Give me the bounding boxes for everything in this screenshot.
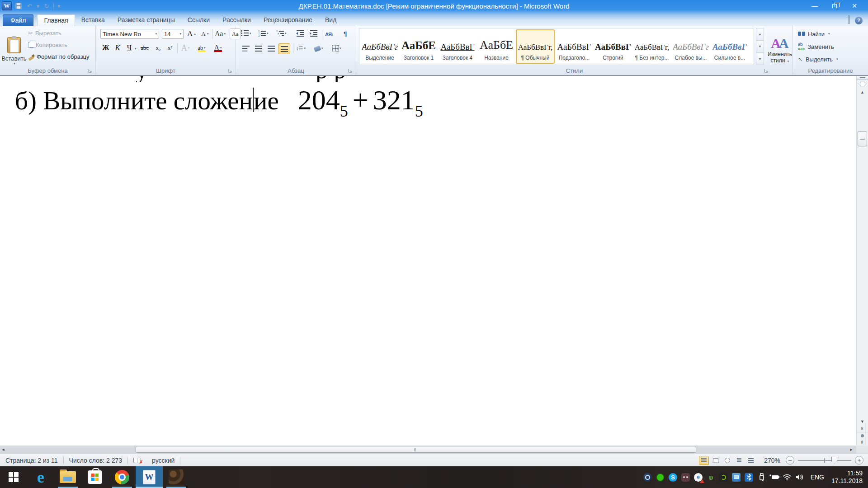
outline-view-button[interactable] — [734, 456, 744, 465]
zoom-in-button[interactable]: + — [855, 456, 863, 465]
style-card-no-spacing[interactable]: АаБбВвГг,¶ Без интер... — [632, 29, 671, 64]
underline-button[interactable]: Ч — [124, 42, 135, 53]
style-card-strong[interactable]: АаБбВвГСтрогий — [594, 29, 632, 64]
paragraph-dialog-launcher[interactable] — [348, 68, 353, 74]
web-layout-view-button[interactable] — [722, 456, 732, 465]
style-card-heading1[interactable]: АаБбЕЗаголовок 1 — [399, 29, 438, 64]
font-dialog-launcher[interactable] — [227, 68, 233, 74]
increase-indent-button[interactable] — [309, 30, 318, 37]
style-card-normal-selected[interactable]: АаБбВвГг,¶ Обычный — [516, 29, 555, 64]
scroll-left-button[interactable]: ◄ — [0, 446, 6, 454]
style-card-intense-emphasis[interactable]: АаБбВвГСильное в... — [710, 29, 749, 64]
font-size-combo[interactable]: 14 ▾ — [162, 29, 184, 39]
tray-utorrent[interactable]: υ — [705, 466, 717, 488]
tray-usb[interactable] — [755, 466, 768, 488]
language-switcher[interactable]: ENG — [806, 474, 829, 481]
taskbar-clock[interactable]: 11:59 17.11.2018 — [829, 469, 868, 485]
styles-dialog-launcher[interactable] — [764, 68, 769, 74]
taskbar-edge-button[interactable]: e — [27, 466, 54, 488]
borders-button[interactable]: ▾ — [332, 43, 342, 53]
taskbar-chrome-button[interactable] — [108, 466, 136, 488]
justify-button[interactable] — [278, 43, 290, 54]
taskbar-word-button-active[interactable]: W — [136, 466, 163, 488]
strikethrough-button[interactable]: abc — [139, 42, 150, 53]
replace-button[interactable]: abчас Заменить — [797, 42, 835, 52]
superscript-button[interactable]: x² — [165, 42, 175, 53]
print-layout-view-button[interactable] — [699, 456, 709, 465]
multilevel-list-button[interactable]: 1 а i ▾ — [276, 30, 287, 37]
font-name-combo[interactable]: Times New Ro ▾ — [100, 29, 159, 39]
tray-skype[interactable]: S — [667, 466, 679, 488]
document-text-line[interactable]: б) Выполните сложение2045+3215 — [15, 84, 423, 116]
font-color-button[interactable]: А▾ — [212, 42, 223, 53]
tray-battery[interactable] — [768, 466, 781, 488]
taskbar-store-button[interactable] — [81, 466, 108, 488]
ruler-toggle-button[interactable] — [857, 80, 868, 88]
select-button[interactable]: ↖ Выделить ▾ — [797, 54, 838, 64]
close-button[interactable]: ✕ — [844, 0, 864, 12]
language-indicator[interactable]: русский — [146, 454, 180, 466]
tab-file[interactable]: Файл — [3, 14, 33, 26]
minimize-button[interactable]: — — [805, 0, 825, 12]
underline-dropdown-icon[interactable]: ▾ — [135, 47, 137, 51]
collapse-ribbon-button[interactable] — [849, 16, 849, 24]
taskbar-explorer-button[interactable] — [54, 466, 81, 488]
grow-font-button[interactable]: А▲ — [186, 28, 197, 39]
horizontal-scroll-thumb[interactable] — [136, 446, 696, 453]
gallery-scroll-up-button[interactable]: ▲ — [756, 28, 764, 40]
draft-view-button[interactable] — [746, 456, 756, 465]
vertical-scroll-thumb[interactable] — [858, 131, 867, 146]
change-case-button[interactable]: Аа▾ — [214, 28, 226, 39]
previous-page-button[interactable]: ≪ — [859, 423, 866, 434]
italic-button[interactable]: К — [112, 42, 123, 53]
tab-home[interactable]: Главная — [37, 14, 75, 26]
zoom-slider-thumb[interactable] — [831, 457, 837, 464]
vertical-scrollbar[interactable]: ▲ ▼ ≪ ≫ — [856, 76, 868, 446]
decrease-indent-button[interactable] — [296, 30, 304, 37]
scroll-up-button[interactable]: ▲ — [857, 88, 868, 96]
tray-volume[interactable] — [793, 466, 806, 488]
copy-button[interactable]: Копировать — [28, 42, 67, 48]
restore-button[interactable] — [825, 0, 844, 12]
align-left-button[interactable] — [241, 43, 251, 53]
clipboard-dialog-launcher[interactable] — [87, 68, 93, 74]
shading-button[interactable]: ▾ — [314, 43, 324, 53]
text-effects-button[interactable]: А▾ — [180, 42, 191, 53]
split-window-handle[interactable] — [857, 76, 868, 80]
tray-steam[interactable] — [642, 466, 654, 488]
tray-nvidia[interactable] — [717, 466, 730, 488]
bullets-button[interactable]: ▾ — [241, 30, 252, 37]
style-card-title[interactable]: АаБбЕНазвание — [477, 29, 516, 64]
highlight-button[interactable]: ab▾ — [196, 42, 207, 53]
gallery-more-button[interactable]: ▼ — [756, 53, 764, 65]
style-card-subtle-emphasis[interactable]: АаБбВвГгСлабое вы... — [671, 29, 710, 64]
shrink-font-button[interactable]: А▼ — [200, 28, 211, 39]
document-editing-area[interactable]: у р р б) Выполните сложение2045+3215 — [0, 76, 856, 446]
style-card-emphasis[interactable]: АаБбВвГгВыделение — [360, 29, 399, 64]
format-painter-button[interactable]: Формат по образцу — [28, 53, 90, 60]
bold-button[interactable]: Ж — [100, 42, 111, 53]
tab-insert[interactable]: Вставка — [75, 14, 111, 26]
change-styles-button[interactable]: АА Изменить стили ▾ — [767, 28, 793, 71]
zoom-slider[interactable] — [798, 456, 851, 465]
word-count-indicator[interactable]: Число слов: 2 273 — [64, 454, 128, 466]
show-marks-button[interactable]: ¶ — [341, 29, 350, 39]
fullscreen-reading-view-button[interactable] — [711, 456, 721, 465]
start-button[interactable] — [0, 466, 27, 488]
zoom-out-button[interactable]: – — [786, 456, 794, 465]
taskbar-game-button[interactable] — [163, 466, 190, 488]
paste-button[interactable]: Вставить ▾ — [4, 29, 24, 71]
tray-bluetooth[interactable] — [743, 466, 755, 488]
tab-references[interactable]: Ссылки — [181, 14, 216, 26]
tab-view[interactable]: Вид — [319, 14, 343, 26]
line-spacing-button[interactable]: ↕☰▾ — [296, 43, 306, 53]
align-right-button[interactable] — [266, 43, 277, 53]
help-button[interactable]: ? — [855, 17, 863, 24]
zoom-percentage[interactable]: 270% — [764, 457, 780, 464]
gallery-scroll-down-button[interactable]: ▼ — [756, 40, 764, 52]
tray-mail[interactable]: e — [692, 466, 705, 488]
subscript-button[interactable]: x₂ — [153, 42, 164, 53]
tray-recorder[interactable] — [654, 466, 667, 488]
style-card-heading4[interactable]: АаБбВвГЗаголовок 4 — [438, 29, 477, 64]
scroll-right-button[interactable]: ► — [848, 446, 854, 454]
